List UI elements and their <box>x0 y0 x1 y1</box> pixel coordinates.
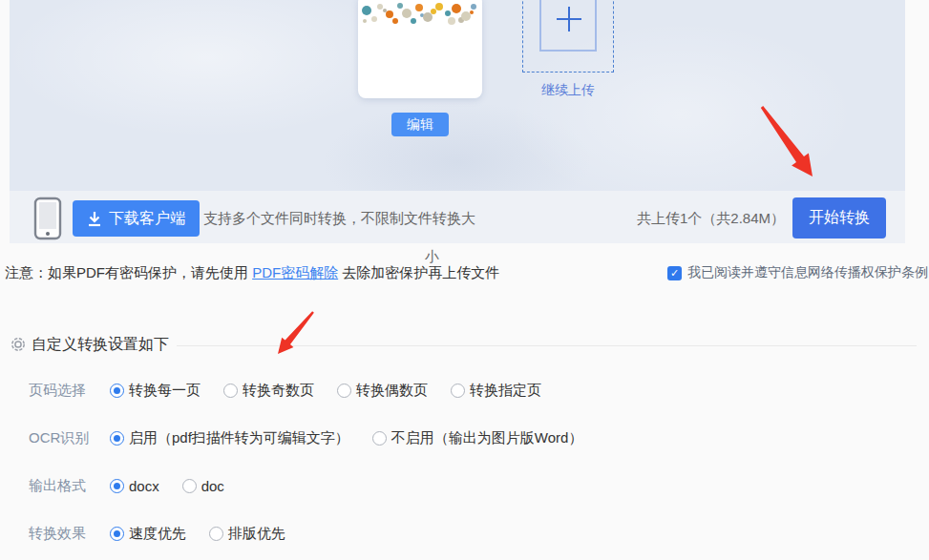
radio-label: 转换每一页 <box>129 382 201 400</box>
setting-row-convert-effect: 转换效果 速度优先 排版优先 <box>29 525 308 543</box>
notice-prefix: 注意：如果PDF有密码保护，请先使用 <box>5 264 252 280</box>
radio-option[interactable]: 转换指定页 <box>451 382 541 400</box>
edit-button[interactable]: 编辑 <box>391 113 449 136</box>
agreement-row[interactable]: ✓ 我已阅读并遵守信息网络传播权保护条例 <box>667 264 928 281</box>
setting-label: 输出格式 <box>29 477 110 495</box>
pdf-password-removal-link[interactable]: PDF密码解除 <box>252 264 338 280</box>
radio-icon[interactable] <box>372 431 387 446</box>
notice-suffix: 去除加密保护再上传文件 <box>338 264 499 280</box>
setting-label: 转换效果 <box>29 525 110 543</box>
download-button-label: 下载客户端 <box>109 209 185 229</box>
radio-icon[interactable] <box>110 527 124 541</box>
radio-option[interactable]: 不启用（输出为图片版Word） <box>372 429 583 447</box>
radio-icon[interactable] <box>110 384 124 398</box>
action-toolbar: 下载客户端 支持多个文件同时转换，不限制文件转换大 共上传1个（共2.84M） … <box>10 191 905 243</box>
setting-row-page-select: 页码选择 转换每一页 转换奇数页 转换偶数页 转换指定页 <box>29 382 564 400</box>
setting-row-output-format: 输出格式 docx doc <box>29 477 247 495</box>
thumbnail-preview-dots <box>358 0 364 6</box>
radio-option[interactable]: doc <box>182 478 224 494</box>
radio-option[interactable]: 转换奇数页 <box>223 382 314 400</box>
gear-icon <box>10 336 27 353</box>
continue-upload-dropzone[interactable] <box>522 0 614 73</box>
radio-icon[interactable] <box>451 384 465 398</box>
radio-icon[interactable] <box>182 479 197 493</box>
upload-summary: 共上传1个（共2.84M） <box>637 210 785 228</box>
radio-icon[interactable] <box>223 384 238 398</box>
support-text: 支持多个文件同时转换，不限制文件转换大 <box>203 210 475 228</box>
setting-label: OCR识别 <box>29 429 110 447</box>
radio-label: doc <box>201 478 224 494</box>
radio-label: 速度优先 <box>129 525 186 543</box>
plus-icon <box>556 6 582 32</box>
radio-label: 转换指定页 <box>470 382 541 400</box>
settings-header: 自定义转换设置如下 <box>10 334 917 357</box>
radio-icon[interactable] <box>209 527 223 541</box>
radio-icon[interactable] <box>337 384 351 398</box>
password-notice: 注意：如果PDF有密码保护，请先使用 PDF密码解除 去除加密保护再上传文件 <box>5 264 499 282</box>
radio-option[interactable]: 转换偶数页 <box>337 382 428 400</box>
upload-area: 编辑 继续上传 <box>10 0 905 191</box>
radio-label: 排版优先 <box>228 525 285 543</box>
agreement-checkbox[interactable]: ✓ <box>667 266 682 280</box>
radio-option[interactable]: 转换每一页 <box>110 382 201 400</box>
file-thumbnail[interactable] <box>358 0 482 98</box>
header-divider <box>177 345 917 346</box>
radio-label: 不启用（输出为图片版Word） <box>391 429 583 447</box>
agreement-label: 我已阅读并遵守信息网络传播权保护条例 <box>687 264 928 281</box>
radio-option[interactable]: 速度优先 <box>110 525 186 543</box>
radio-icon[interactable] <box>110 479 124 493</box>
settings-title: 自定义转换设置如下 <box>32 335 169 355</box>
radio-label: 启用（pdf扫描件转为可编辑文字） <box>129 429 349 447</box>
radio-icon[interactable] <box>110 431 124 446</box>
setting-label: 页码选择 <box>29 382 110 400</box>
radio-label: 转换偶数页 <box>356 382 428 400</box>
download-icon <box>87 211 102 227</box>
download-client-button[interactable]: 下载客户端 <box>73 200 200 237</box>
setting-row-ocr: OCR识别 启用（pdf扫描件转为可编辑文字） 不启用（输出为图片版Word） <box>29 429 605 447</box>
radio-label: docx <box>129 478 159 494</box>
radio-option[interactable]: docx <box>110 478 159 494</box>
radio-label: 转换奇数页 <box>243 382 314 400</box>
continue-upload-label[interactable]: 继续上传 <box>522 82 614 99</box>
radio-option[interactable]: 启用（pdf扫描件转为可编辑文字） <box>110 429 349 447</box>
start-convert-button[interactable]: 开始转换 <box>792 197 886 239</box>
mobile-phone-icon <box>32 197 64 240</box>
radio-option[interactable]: 排版优先 <box>209 525 285 543</box>
